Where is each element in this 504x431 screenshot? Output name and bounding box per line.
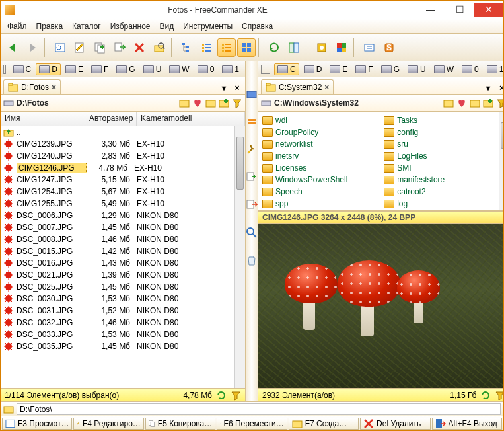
folder-item[interactable]: sru — [384, 138, 504, 150]
back-button[interactable] — [3, 38, 22, 57]
delete-button[interactable] — [130, 38, 149, 57]
col-size[interactable]: Авторазмер — [85, 112, 137, 126]
status-refresh-icon[interactable] — [480, 390, 491, 401]
fkey-f4[interactable]: F4 Редактиро… — [73, 418, 143, 430]
file-row[interactable]: DSC_0032.JPG1,46 МбNIKON D80 — [1, 317, 245, 329]
drive-W[interactable]: W — [431, 63, 457, 75]
file-row[interactable]: DSC_0033.JPG1,53 МбNIKON D80 — [1, 329, 245, 340]
mid-equal-icon[interactable] — [246, 116, 258, 128]
mid-move-icon[interactable] — [246, 199, 258, 211]
drive-0[interactable]: 0 — [194, 63, 218, 75]
tab-close-all[interactable]: × — [496, 83, 504, 94]
drive-G[interactable]: G — [378, 63, 403, 75]
file-row[interactable]: DSC_0035.JPG1,45 МбNIKON D80 — [1, 340, 245, 352]
fav-icon[interactable] — [443, 98, 454, 108]
tab-left[interactable]: D:Fotos × — [3, 79, 61, 94]
menu-fav[interactable]: Избранное — [106, 20, 155, 32]
sync-button[interactable] — [285, 38, 303, 57]
folder-item[interactable]: config — [384, 126, 504, 138]
list-button[interactable] — [198, 38, 216, 57]
folder-item[interactable]: manifeststore — [384, 174, 504, 186]
file-row[interactable]: DSC_0025.JPG1,45 МбNIKON D80 — [1, 281, 245, 293]
tool1-button[interactable] — [360, 38, 378, 57]
windows-button[interactable] — [332, 38, 351, 57]
file-row[interactable]: CIMG1240.JPG2,83 МбEX-H10 — [1, 150, 245, 162]
mid-tools-icon[interactable] — [246, 143, 258, 155]
file-row[interactable]: CIMG1247.JPG5,15 МбEX-H10 — [1, 174, 245, 186]
mid-zoom-icon[interactable] — [246, 227, 258, 239]
file-row[interactable]: DSC_0021.JPG1,39 МбNIKON D80 — [1, 269, 245, 281]
file-row[interactable]: DSC_0006.JPG1,29 МбNIKON D80 — [1, 210, 245, 221]
folder-item[interactable]: wdi — [262, 114, 384, 126]
heart-icon[interactable] — [456, 98, 467, 108]
drive-F[interactable]: F — [352, 63, 376, 75]
scrollbar-right-folders[interactable] — [499, 112, 504, 210]
filter-icon[interactable] — [496, 98, 504, 108]
tab-close-icon[interactable]: × — [52, 83, 56, 92]
path-input[interactable] — [17, 403, 501, 415]
folder-item[interactable]: Tasks — [384, 114, 504, 126]
drive-1[interactable]: 1 — [219, 63, 242, 75]
drive-C[interactable]: C — [10, 63, 35, 75]
filter-icon[interactable] — [232, 98, 242, 108]
drive-0[interactable]: 0 — [458, 63, 482, 75]
folder-item[interactable]: WindowsPowerShell — [262, 174, 384, 186]
folder-item[interactable]: Speech — [262, 186, 384, 198]
newfolder-icon[interactable] — [219, 98, 229, 108]
close-button[interactable]: ✕ — [474, 3, 503, 17]
thumbs-button[interactable] — [237, 38, 256, 57]
folder-item[interactable]: Licenses — [262, 162, 384, 174]
tool2-button[interactable]: S — [380, 38, 398, 57]
fav-icon[interactable] — [179, 98, 190, 108]
folder-item[interactable]: networklist — [262, 138, 384, 150]
tab-close-all[interactable]: × — [232, 83, 242, 94]
newfolder-icon[interactable] — [483, 98, 493, 108]
folder-item[interactable]: GroupPolicy — [262, 126, 384, 138]
drive-D[interactable]: D — [301, 63, 326, 75]
folderlist-right[interactable]: wdiGroupPolicynetworklistinetsrvLicenses… — [258, 112, 504, 211]
mid-recycle-icon[interactable] — [246, 255, 258, 266]
file-row[interactable]: DSC_0008.JPG1,46 МбNIKON D80 — [1, 233, 245, 245]
fkey-del[interactable]: Del Удалить — [360, 418, 430, 430]
tab-close-icon[interactable]: × — [324, 83, 329, 92]
menu-catalog[interactable]: Каталог — [68, 20, 105, 32]
drive-E[interactable]: E — [62, 63, 87, 75]
drive-U[interactable]: U — [404, 63, 429, 75]
file-row[interactable]: DSC_0030.JPG1,53 МбNIKON D80 — [1, 293, 245, 305]
maximize-button[interactable]: ☐ — [445, 3, 474, 17]
edit-button[interactable] — [71, 38, 89, 57]
drive-U[interactable]: U — [140, 63, 165, 75]
folder-item[interactable]: catroot2 — [384, 186, 504, 198]
file-row[interactable]: CIMG1255.JPG5,49 МбEX-H10 — [1, 198, 245, 210]
copy-button[interactable] — [90, 38, 109, 57]
file-row[interactable]: DSC_0016.JPG1,43 МбNIKON D80 — [1, 257, 245, 269]
menu-help[interactable]: Справка — [238, 20, 277, 32]
file-row[interactable]: CIMG1246.JPG4,78 МбEX-H10 — [1, 162, 245, 174]
tab-right[interactable]: C:System32 × — [261, 79, 334, 94]
file-row[interactable]: CIMG1254.JPG5,67 МбEX-H10 — [1, 186, 245, 198]
menu-edit[interactable]: Правка — [32, 20, 67, 32]
col-name[interactable]: Имя — [1, 112, 85, 126]
file-row[interactable]: DSC_0031.JPG1,52 МбNIKON D80 — [1, 305, 245, 317]
folder-item[interactable]: spp — [262, 198, 384, 210]
file-row[interactable]: DSC_0007.JPG1,45 МбNIKON D80 — [1, 221, 245, 233]
drive-W[interactable]: W — [166, 63, 192, 75]
path-right[interactable]: C:\Windows\System32 — [274, 98, 441, 108]
fkey-f5[interactable]: F5 Копирова… — [145, 418, 215, 430]
minimize-button[interactable]: — — [416, 3, 445, 17]
fkey-f6[interactable]: F6 Перемести… — [217, 418, 287, 430]
fkey-f3[interactable]: F3 Просмот… — [2, 418, 72, 430]
history-icon[interactable] — [205, 98, 216, 108]
status-refresh-icon[interactable] — [216, 390, 227, 401]
drive-E[interactable]: E — [326, 63, 351, 75]
menu-tools[interactable]: Инструменты — [179, 20, 236, 32]
drive-D[interactable]: D — [36, 63, 61, 75]
drive-G[interactable]: G — [113, 63, 138, 75]
fkey-exit[interactable]: Alt+F4 Выход — [432, 418, 502, 430]
status-filter-icon[interactable] — [495, 390, 504, 401]
status-filter-icon[interactable] — [231, 390, 241, 401]
refresh-button[interactable] — [265, 38, 283, 57]
path-left[interactable]: D:\Fotos — [17, 98, 176, 108]
mid-folder-icon[interactable] — [246, 88, 258, 100]
move-button[interactable] — [110, 38, 129, 57]
